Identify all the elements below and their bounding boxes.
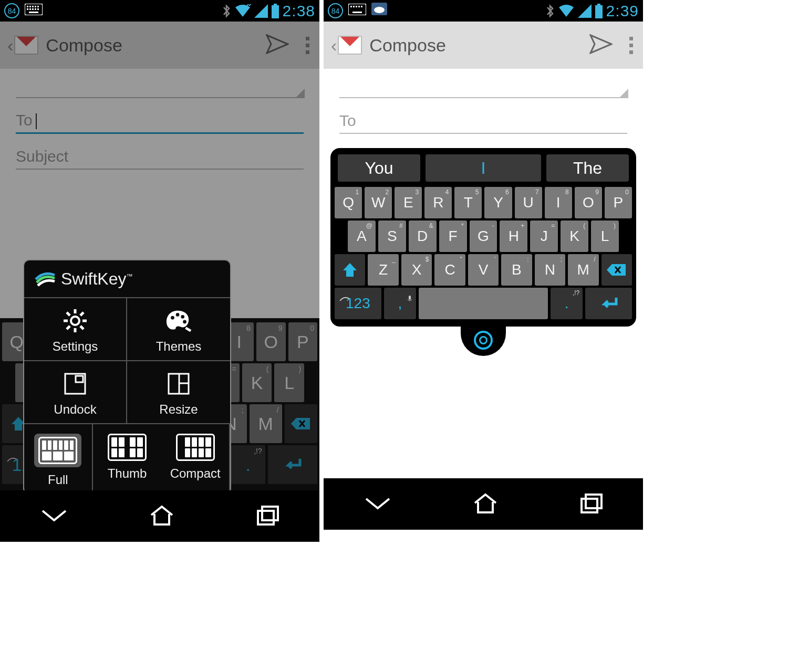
- key-A[interactable]: A@: [348, 220, 376, 252]
- key-K[interactable]: K(: [242, 363, 272, 402]
- nav-back-button[interactable]: [363, 494, 392, 514]
- popup-header: SwiftKey™: [24, 260, 230, 298]
- key-O[interactable]: O9: [256, 322, 286, 361]
- screen-left: 84 2:38 ‹ Compose: [0, 0, 319, 542]
- key-L[interactable]: L): [591, 220, 619, 252]
- key-dot[interactable]: ,!?.: [231, 445, 265, 484]
- key-Y[interactable]: Y6: [484, 187, 512, 218]
- overflow-menu-button[interactable]: [303, 37, 312, 54]
- signal-icon: [254, 4, 268, 18]
- key-X[interactable]: X$: [401, 254, 432, 286]
- cloud-notification-icon: [371, 3, 387, 19]
- key-backspace[interactable]: [601, 254, 632, 286]
- svg-rect-47: [582, 499, 597, 512]
- suggestion-mid[interactable]: I: [426, 154, 541, 182]
- svg-rect-48: [586, 495, 601, 508]
- svg-rect-40: [361, 6, 362, 7]
- back-chevron-icon[interactable]: ‹: [331, 35, 337, 56]
- nav-home-button[interactable]: [472, 491, 499, 517]
- key-C[interactable]: C": [434, 254, 465, 286]
- key-K[interactable]: K(: [561, 220, 588, 252]
- key-F[interactable]: F*: [439, 220, 467, 252]
- send-button[interactable]: [589, 34, 613, 56]
- popup-resize-button[interactable]: Resize: [127, 361, 230, 424]
- key-U[interactable]: U7: [515, 187, 542, 218]
- svg-rect-9: [35, 8, 36, 10]
- key-dot[interactable]: ,!?.: [551, 288, 583, 319]
- key-M[interactable]: M/: [568, 254, 598, 286]
- to-field[interactable]: To: [16, 110, 304, 134]
- back-chevron-icon[interactable]: ‹: [7, 35, 13, 56]
- page-title: Compose: [46, 35, 122, 56]
- screen-right: 84 2:39 ‹ Compose: [324, 0, 643, 530]
- key-R[interactable]: R4: [424, 187, 452, 218]
- popup-settings-button[interactable]: Settings: [24, 298, 127, 361]
- nav-home-button[interactable]: [148, 503, 175, 529]
- send-button[interactable]: [266, 34, 289, 56]
- battery-ring-icon: 84: [4, 3, 19, 18]
- overflow-menu-button[interactable]: [626, 37, 636, 54]
- key-comma[interactable]: ,: [384, 288, 416, 319]
- key-N[interactable]: N;: [535, 254, 565, 286]
- action-bar: ‹ Compose: [0, 22, 319, 69]
- clock: 2:38: [283, 2, 315, 20]
- key-O[interactable]: O9: [575, 187, 602, 218]
- key-shift[interactable]: [335, 254, 365, 286]
- key-space[interactable]: [419, 288, 548, 319]
- popup-title: SwiftKey™: [61, 269, 132, 289]
- key-Q[interactable]: Q1: [335, 187, 362, 218]
- key-D[interactable]: D&: [409, 220, 437, 252]
- key-L[interactable]: L): [274, 363, 304, 402]
- layout-full-icon: [38, 437, 77, 464]
- key-G[interactable]: G-: [470, 220, 497, 252]
- svg-point-27: [183, 320, 186, 324]
- popup-layout-compact-button[interactable]: Compact: [161, 424, 230, 494]
- svg-line-20: [67, 312, 70, 316]
- suggestion-left[interactable]: You: [338, 154, 420, 182]
- svg-rect-35: [348, 4, 366, 15]
- key-E[interactable]: E3: [395, 187, 422, 218]
- svg-rect-7: [29, 8, 31, 10]
- key-W[interactable]: W2: [365, 187, 392, 218]
- gmail-icon[interactable]: [14, 36, 38, 55]
- key-P[interactable]: P0: [288, 322, 318, 361]
- key-backspace[interactable]: [285, 404, 317, 443]
- svg-line-21: [80, 326, 84, 329]
- suggestion-right[interactable]: The: [546, 154, 629, 182]
- popup-themes-button[interactable]: Themes: [127, 298, 230, 361]
- page-title: Compose: [369, 35, 446, 56]
- subject-field[interactable]: Subject: [16, 145, 304, 170]
- popup-layout-full-button[interactable]: Full: [24, 424, 93, 494]
- key-V[interactable]: V': [468, 254, 499, 286]
- svg-rect-41: [352, 12, 362, 13]
- nav-recents-button[interactable]: [255, 503, 280, 529]
- svg-point-15: [71, 317, 79, 325]
- key-123[interactable]: 123: [335, 288, 381, 319]
- popup-layout-thumb-button[interactable]: Thumb: [93, 424, 162, 494]
- key-T[interactable]: T5: [454, 187, 482, 218]
- key-Z[interactable]: Z_: [368, 254, 398, 286]
- from-field[interactable]: [339, 74, 627, 98]
- key-M[interactable]: M/: [250, 404, 282, 443]
- from-field[interactable]: [16, 74, 304, 98]
- popup-undock-button[interactable]: Undock: [24, 361, 127, 424]
- to-field[interactable]: To: [339, 110, 627, 134]
- palette-icon: [165, 308, 192, 334]
- floating-keyboard[interactable]: You I The Q1W2E3R4T5Y6U7I8O9P0A@S#D&F*G-…: [330, 148, 636, 356]
- key-P[interactable]: P0: [605, 187, 632, 218]
- key-I[interactable]: I8: [545, 187, 572, 218]
- svg-point-43: [374, 7, 385, 13]
- signal-icon: [578, 4, 592, 18]
- key-enter[interactable]: [585, 288, 632, 319]
- gmail-icon[interactable]: [338, 36, 362, 55]
- nav-back-button[interactable]: [39, 506, 69, 527]
- key-S[interactable]: S#: [378, 220, 406, 252]
- status-bar: 84 2:39: [324, 0, 643, 22]
- keyboard-drag-handle[interactable]: [461, 324, 506, 356]
- key-enter[interactable]: [268, 445, 317, 484]
- svg-rect-37: [353, 6, 355, 7]
- key-J[interactable]: J=: [530, 220, 558, 252]
- key-B[interactable]: B:: [501, 254, 532, 286]
- key-H[interactable]: H+: [500, 220, 527, 252]
- nav-recents-button[interactable]: [578, 491, 604, 517]
